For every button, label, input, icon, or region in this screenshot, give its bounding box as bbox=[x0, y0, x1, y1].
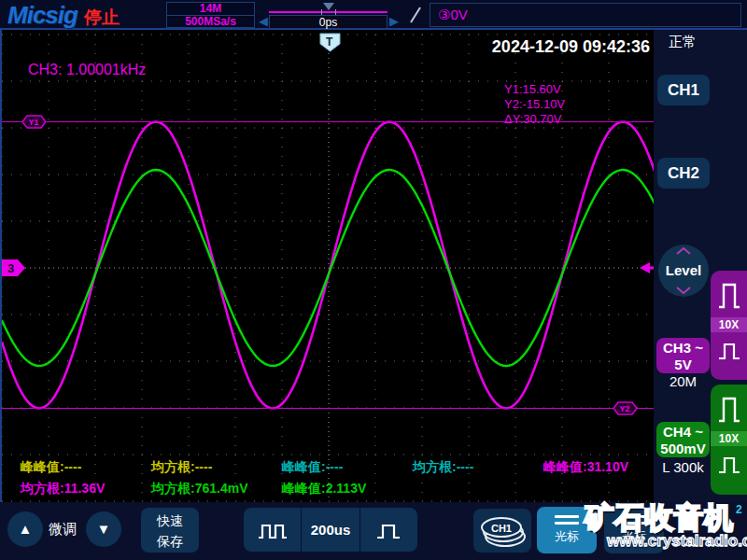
measurement-readout: 均方根:761.4mV bbox=[151, 481, 247, 497]
pulse-icon bbox=[717, 394, 741, 424]
ch4-scale: 500mV bbox=[656, 441, 710, 457]
trigger-slope-icon[interactable] bbox=[409, 5, 422, 29]
fine-tune-up-button[interactable]: ▲ bbox=[7, 511, 43, 547]
cursor-tag: Y1 bbox=[29, 118, 39, 127]
ch4-input-label: L 300k bbox=[656, 459, 710, 475]
horizontal-cursors-icon bbox=[555, 515, 579, 525]
trigger-pos-left-arrow-icon[interactable]: ◀ bbox=[259, 14, 268, 28]
fine-tune-label: 微调 bbox=[49, 521, 77, 539]
measurement-readout: 均方根:11.36V bbox=[21, 481, 105, 497]
timebase-control: 200us bbox=[244, 508, 417, 552]
trigger-source-level[interactable]: ③0V bbox=[430, 3, 741, 27]
pulse-icon bbox=[717, 339, 741, 361]
cursor-tag: Y2 bbox=[620, 404, 630, 413]
channel-3-marker: 3 bbox=[7, 261, 14, 275]
memory-depth: 14M bbox=[167, 3, 254, 15]
top-bar: Micsig 停止 14M 500MSa/s ◀ 0ps ▶ ③0V bbox=[0, 0, 747, 30]
cursor-y2-value: Y2:-15.10V bbox=[504, 97, 565, 112]
trigger-position-value[interactable]: 0ps bbox=[269, 15, 388, 29]
ch1-button[interactable]: CH1 bbox=[657, 75, 710, 105]
measurement-readout: 峰峰值:---- bbox=[282, 459, 343, 476]
measurement-row-1: 峰峰值:----均方根:----峰峰值:----均方根:----峰峰值:31.1… bbox=[2, 459, 655, 476]
chevron-up-icon bbox=[676, 247, 691, 255]
measurement-readout: 峰峰值:---- bbox=[21, 459, 81, 476]
oscilloscope-screen: Micsig 停止 14M 500MSa/s ◀ 0ps ▶ ③0V Y1Y23… bbox=[0, 0, 747, 560]
cursor-dy-value: ΔY:30.70V bbox=[504, 112, 565, 127]
brand-logo: Micsig bbox=[7, 1, 78, 30]
ch4-atten-badge: 10X bbox=[711, 431, 747, 446]
pulse-icon bbox=[717, 280, 741, 310]
timebase-zoom-in-button[interactable] bbox=[359, 508, 417, 552]
quick-save-line1: 快速 bbox=[141, 511, 199, 531]
measurement-readout: 均方根:---- bbox=[151, 459, 212, 476]
trigger-level-knob[interactable]: Level bbox=[658, 245, 709, 297]
watermark-url: www.crystalradio.cn bbox=[607, 532, 747, 551]
ch3-probe-panel[interactable]: 10X bbox=[711, 271, 747, 380]
ch2-button[interactable]: CH2 bbox=[657, 158, 710, 189]
datetime-readout: 2024-12-09 09:42:36 bbox=[486, 37, 650, 57]
ch3-scale: 5V bbox=[656, 357, 710, 373]
measurement-readout: 峰峰值:2.113V bbox=[282, 481, 366, 497]
watermark-superscript: 2 bbox=[736, 503, 742, 516]
ch3-bandwidth-label: 20M bbox=[656, 373, 710, 389]
frequency-readout: CH3: 1.00001kHz bbox=[28, 62, 146, 78]
trigger-pos-right-arrow-icon[interactable]: ▶ bbox=[389, 14, 399, 28]
double-pulse-icon bbox=[257, 519, 289, 541]
ch3-button[interactable]: CH3 ~ 5V bbox=[656, 338, 710, 373]
chevron-down-icon bbox=[676, 287, 691, 294]
trigger-position-t-marker: T bbox=[326, 35, 333, 49]
cursor-readout: Y1:15.60V Y2:-15.10V ΔY:30.70V bbox=[504, 82, 565, 127]
ch4-label: CH4 ~ bbox=[656, 424, 710, 441]
ch4-probe-panel[interactable]: 10X bbox=[711, 385, 747, 495]
measurement-readout: 均方根:---- bbox=[413, 459, 473, 476]
channel-select-value: CH1 bbox=[481, 517, 522, 538]
acquisition-info-box[interactable]: 14M 500MSa/s bbox=[166, 2, 255, 28]
ch3-label: CH3 ~ bbox=[656, 340, 710, 357]
trigger-mode-label: 正常 bbox=[669, 34, 697, 51]
ch3-atten-badge: 10X bbox=[711, 317, 747, 332]
ch4-button[interactable]: CH4 ~ 500mV bbox=[656, 422, 710, 457]
run-state-label[interactable]: 停止 bbox=[84, 6, 120, 30]
pulse-icon bbox=[717, 453, 741, 475]
timebase-zoom-out-button[interactable] bbox=[244, 508, 301, 552]
cursor-y1-value: Y1:15.60V bbox=[504, 82, 565, 97]
sample-rate: 500MSa/s bbox=[167, 15, 254, 27]
quick-save-button[interactable]: 快速 保存 bbox=[141, 508, 199, 553]
measurement-readout: 峰峰值:31.10V bbox=[543, 459, 628, 476]
waveform-display-area[interactable]: Y1Y23T 2024-12-09 09:42:36 CH3: 1.00001k… bbox=[0, 30, 654, 502]
fine-tune-down-button[interactable]: ▼ bbox=[86, 511, 121, 547]
quick-save-line2: 保存 bbox=[141, 531, 199, 552]
measurement-row-2: 均方根:11.36V均方根:761.4mV峰峰值:2.113V bbox=[2, 481, 655, 497]
single-pulse-icon bbox=[374, 519, 402, 541]
right-sidebar: 正常 CH1 CH2 Level 10X CH3 ~ 5V 20M 10X CH… bbox=[654, 30, 747, 560]
channel-select-button[interactable]: CH1 bbox=[473, 509, 531, 553]
timebase-value[interactable]: 200us bbox=[301, 508, 359, 552]
